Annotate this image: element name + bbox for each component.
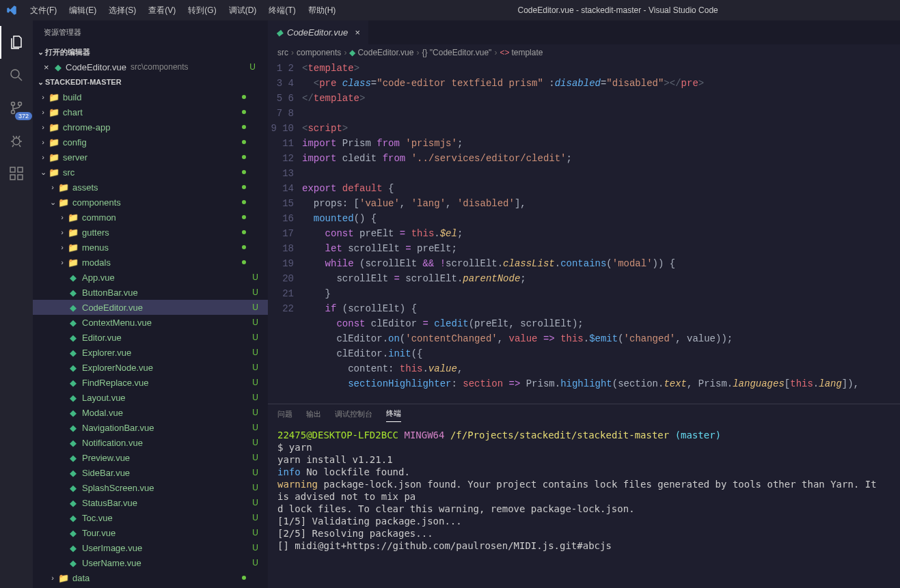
file-ContextMenu.vue[interactable]: ◆ContextMenu.vueU — [33, 315, 268, 330]
close-icon[interactable]: × — [44, 62, 55, 72]
chevron-right-icon: › — [57, 258, 67, 266]
tab-codeeditor[interactable]: ◆ CodeEditor.vue × — [268, 20, 369, 44]
git-modified-dot — [242, 125, 246, 129]
tab-label: CodeEditor.vue — [287, 27, 348, 38]
file-ExplorerNode.vue[interactable]: ◆ExplorerNode.vueU — [33, 360, 268, 375]
file-FindReplace.vue[interactable]: ◆FindReplace.vueU — [33, 375, 268, 390]
vue-icon: ◆ — [55, 62, 62, 72]
activity-extensions[interactable] — [0, 157, 33, 190]
menu-item[interactable]: 帮助(H) — [303, 2, 342, 19]
close-icon[interactable]: × — [355, 27, 360, 38]
terminal[interactable]: 22475@DESKTOP-LFD2BCC MINGW64 /f/Project… — [268, 426, 900, 588]
activity-search[interactable] — [0, 59, 33, 92]
chevron-right-icon: › — [48, 183, 57, 191]
svg-point-4 — [13, 138, 20, 145]
file-SplashScreen.vue[interactable]: ◆SplashScreen.vueU — [33, 480, 268, 495]
menu-item[interactable]: 查看(V) — [143, 2, 181, 19]
activitybar: 372 — [0, 20, 33, 588]
git-modified-dot — [242, 110, 246, 114]
svg-point-3 — [12, 111, 15, 114]
file-NavigationBar.vue[interactable]: ◆NavigationBar.vueU — [33, 420, 268, 435]
breadcrumb-item[interactable]: src — [277, 48, 288, 57]
file-Modal.vue[interactable]: ◆Modal.vueU — [33, 405, 268, 420]
activity-debug[interactable] — [0, 124, 33, 157]
vue-icon: ◆ — [67, 408, 79, 418]
folder-server[interactable]: ›📁server — [33, 150, 268, 165]
tree-label: CodeEditor.vue — [82, 303, 268, 313]
svg-rect-6 — [10, 175, 15, 180]
file-ButtonBar.vue[interactable]: ◆ButtonBar.vueU — [33, 285, 268, 300]
folder-icon: 📁 — [67, 212, 79, 223]
folder-modals[interactable]: ›📁modals — [33, 255, 268, 270]
git-modified-dot — [242, 200, 246, 204]
breadcrumb-item[interactable]: ◆CodeEditor.vue — [349, 48, 413, 57]
file-StatusBar.vue[interactable]: ◆StatusBar.vueU — [33, 495, 268, 510]
menu-item[interactable]: 转到(G) — [182, 2, 221, 19]
breadcrumb-item[interactable]: components — [297, 48, 341, 57]
file-Toc.vue[interactable]: ◆Toc.vueU — [33, 510, 268, 525]
menu-item[interactable]: 文件(F) — [25, 2, 62, 19]
git-status: U — [252, 423, 258, 432]
file-UserImage.vue[interactable]: ◆UserImage.vueU — [33, 540, 268, 555]
file-Tour.vue[interactable]: ◆Tour.vueU — [33, 525, 268, 540]
menu-item[interactable]: 编辑(E) — [64, 2, 102, 19]
vue-icon: ◆ — [67, 378, 79, 388]
breadcrumb-separator: › — [344, 48, 346, 57]
folder-gutters[interactable]: ›📁gutters — [33, 225, 268, 240]
folder-components[interactable]: ⌄📁components — [33, 195, 268, 210]
git-modified-dot — [242, 140, 246, 144]
code-editor[interactable]: 1 2 3 4 5 6 7 8 9 10 11 12 13 14 15 16 1… — [268, 61, 900, 404]
file-CodeEditor.vue[interactable]: ◆CodeEditor.vueU — [33, 300, 268, 315]
line-gutter: 1 2 3 4 5 6 7 8 9 10 11 12 13 14 15 16 1… — [268, 61, 302, 404]
folder-icon: 📁 — [48, 152, 60, 163]
folder-icon: 📁 — [57, 573, 70, 583]
activity-explorer[interactable] — [0, 26, 33, 59]
folder-assets[interactable]: ›📁assets — [33, 180, 268, 195]
folder-build[interactable]: ›📁build — [33, 89, 268, 104]
vue-icon: ◆ — [67, 528, 79, 538]
menu-item[interactable]: 选择(S) — [103, 2, 141, 19]
vue-icon: ◆ — [67, 393, 79, 403]
folder-icon: 📁 — [48, 122, 60, 132]
vscode-logo-icon — [5, 4, 18, 16]
file-Editor.vue[interactable]: ◆Editor.vueU — [33, 330, 268, 345]
folder-src[interactable]: ⌄📁src — [33, 165, 268, 180]
file-UserName.vue[interactable]: ◆UserName.vueU — [33, 555, 268, 570]
file-Layout.vue[interactable]: ◆Layout.vueU — [33, 390, 268, 405]
file-Notification.vue[interactable]: ◆Notification.vueU — [33, 435, 268, 450]
file-SideBar.vue[interactable]: ◆SideBar.vueU — [33, 465, 268, 480]
folder-menus[interactable]: ›📁menus — [33, 240, 268, 255]
open-editors-header[interactable]: ⌄ 打开的编辑器 — [33, 44, 268, 59]
open-editor-status: U — [249, 62, 256, 72]
folder-config[interactable]: ›📁config — [33, 135, 268, 150]
git-modified-dot — [242, 230, 246, 234]
file-Preview.vue[interactable]: ◆Preview.vueU — [33, 450, 268, 465]
chevron-right-icon: › — [38, 123, 48, 131]
vue-icon: ◆ — [67, 558, 79, 568]
file-App.vue[interactable]: ◆App.vueU — [33, 270, 268, 285]
vue-icon: ◆ — [67, 438, 79, 448]
breadcrumb-item[interactable]: {} "CodeEditor.vue" — [422, 48, 491, 57]
folder-chrome-app[interactable]: ›📁chrome-app — [33, 120, 268, 135]
folder-common[interactable]: ›📁common — [33, 210, 268, 225]
folder-chart[interactable]: ›📁chart — [33, 104, 268, 120]
panel-tab-输出[interactable]: 输出 — [306, 409, 321, 422]
menu-item[interactable]: 终端(T) — [263, 2, 301, 19]
panel-tab-问题[interactable]: 问题 — [277, 409, 292, 422]
panel-tab-调试控制台[interactable]: 调试控制台 — [335, 409, 372, 422]
workspace-header[interactable]: ⌄ STACKEDIT-MASTER — [33, 74, 268, 89]
code-content[interactable]: <template> <pre class="code-editor textf… — [302, 61, 900, 404]
vue-icon: ◆ — [67, 513, 79, 523]
vue-icon: ◆ — [67, 303, 79, 313]
breadcrumb-item[interactable]: <>template — [500, 48, 543, 57]
folder-icon: 📁 — [48, 107, 60, 117]
activity-scm[interactable]: 372 — [0, 92, 33, 124]
tree-label: SplashScreen.vue — [82, 483, 268, 493]
git-status: U — [252, 543, 258, 552]
menu-item[interactable]: 调试(D) — [223, 2, 262, 19]
open-editor-item[interactable]: × ◆ CodeEditor.vue src\components U — [33, 59, 268, 74]
vue-icon: ◆ — [67, 468, 79, 478]
file-Explorer.vue[interactable]: ◆Explorer.vueU — [33, 345, 268, 360]
folder-data[interactable]: ›📁data — [33, 570, 268, 585]
panel-tab-终端[interactable]: 终端 — [386, 408, 401, 422]
